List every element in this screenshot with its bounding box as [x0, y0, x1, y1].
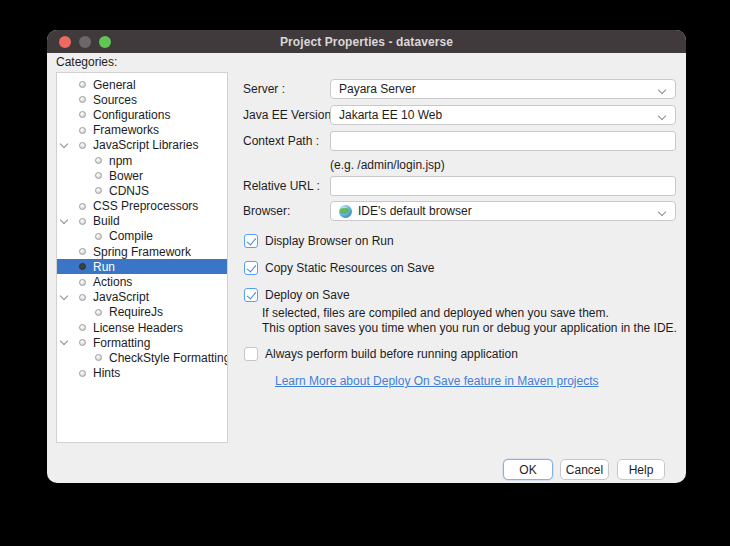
tree-item[interactable]: CDNJS: [57, 183, 227, 198]
node-bullet-icon: [79, 96, 86, 103]
server-select[interactable]: Payara Server: [330, 79, 676, 99]
tree-item[interactable]: RequireJs: [57, 305, 227, 320]
tree-item[interactable]: Compile: [57, 229, 227, 244]
server-value: Payara Server: [339, 82, 416, 96]
display-browser-checkbox[interactable]: Display Browser on Run: [244, 233, 394, 249]
browser-label: Browser:: [243, 201, 290, 221]
tree-item[interactable]: Run: [57, 259, 227, 274]
node-bullet-icon: [79, 339, 86, 346]
tree-item[interactable]: Spring Framework: [57, 244, 227, 259]
tree-item-label: Run: [93, 260, 115, 274]
tree-item[interactable]: Formatting: [57, 335, 227, 350]
browser-value: IDE's default browser: [358, 204, 472, 218]
node-bullet-icon: [79, 294, 86, 301]
chevron-down-icon[interactable]: [60, 338, 69, 347]
cancel-button[interactable]: Cancel: [560, 459, 609, 480]
tree-item-label: JavaScript: [93, 290, 149, 304]
copy-static-resources-checkbox[interactable]: Copy Static Resources on Save: [244, 260, 434, 276]
tree-item-label: RequireJs: [109, 305, 163, 319]
node-bullet-icon: [79, 111, 86, 118]
tree-item[interactable]: npm: [57, 153, 227, 168]
help-button[interactable]: Help: [617, 459, 665, 480]
tree-item-label: CheckStyle Formatting: [109, 351, 228, 365]
close-button[interactable]: [59, 36, 71, 48]
node-bullet-icon: [79, 324, 86, 331]
tree-item[interactable]: Bower: [57, 168, 227, 183]
tree-item[interactable]: General: [57, 77, 227, 92]
server-label: Server :: [243, 79, 285, 99]
tree-item[interactable]: Actions: [57, 274, 227, 289]
tree-item-label: CDNJS: [109, 184, 149, 198]
relative-url-input[interactable]: [330, 176, 676, 196]
node-bullet-icon: [95, 309, 102, 316]
categories-tree[interactable]: General Sources Configurations Framework…: [56, 72, 228, 443]
tree-item-label: License Headers: [93, 321, 183, 335]
tree-item-label: Compile: [109, 229, 153, 243]
window-title: Project Properties - dataverse: [280, 35, 453, 49]
node-bullet-icon: [79, 142, 86, 149]
tree-item-label: Formatting: [93, 336, 150, 350]
chevron-down-icon: [659, 209, 666, 216]
relative-url-label: Relative URL :: [243, 176, 320, 196]
checkbox-label: Deploy on Save: [265, 288, 350, 302]
context-path-label: Context Path :: [243, 131, 319, 151]
checkbox-icon[interactable]: [244, 261, 258, 275]
node-bullet-icon: [95, 157, 102, 164]
node-bullet-icon: [79, 263, 86, 270]
tree-item[interactable]: License Headers: [57, 320, 227, 335]
screen-background: { "window": { "title": "Project Properti…: [0, 0, 730, 546]
ok-button[interactable]: OK: [503, 459, 553, 480]
checkbox-icon[interactable]: [244, 347, 258, 361]
titlebar[interactable]: Project Properties - dataverse: [47, 30, 686, 53]
tree-item[interactable]: JavaScript Libraries: [57, 138, 227, 153]
browser-select[interactable]: IDE's default browser: [330, 201, 676, 221]
zoom-button[interactable]: [99, 36, 111, 48]
chevron-down-icon[interactable]: [60, 141, 69, 150]
node-bullet-icon: [79, 203, 86, 210]
tree-item-label: Sources: [93, 93, 137, 107]
tree-item-label: npm: [109, 154, 132, 168]
tree-item[interactable]: JavaScript: [57, 290, 227, 305]
tree-item[interactable]: CSS Preprocessors: [57, 199, 227, 214]
deploy-note-line2: This option saves you time when you run …: [262, 321, 677, 336]
tree-item[interactable]: Sources: [57, 92, 227, 107]
always-perform-build-checkbox[interactable]: Always perform build before running appl…: [244, 346, 518, 362]
java-ee-version-label: Java EE Version :: [243, 105, 338, 125]
node-bullet-icon: [95, 172, 102, 179]
context-path-input[interactable]: [330, 131, 676, 151]
learn-more-link[interactable]: Learn More about Deploy On Save feature …: [275, 374, 599, 388]
java-ee-version-select[interactable]: Jakarta EE 10 Web: [330, 105, 676, 125]
chevron-down-icon[interactable]: [60, 293, 69, 302]
chevron-down-icon: [659, 113, 666, 120]
node-bullet-icon: [79, 81, 86, 88]
tree-item-label: JavaScript Libraries: [93, 138, 198, 152]
tree-item-label: General: [93, 78, 136, 92]
node-bullet-icon: [95, 354, 102, 361]
deploy-on-save-checkbox[interactable]: Deploy on Save: [244, 287, 350, 303]
globe-icon: [339, 205, 352, 218]
tree-item-label: Bower: [109, 169, 143, 183]
tree-item[interactable]: CheckStyle Formatting: [57, 350, 227, 365]
tree-item[interactable]: Hints: [57, 366, 227, 381]
java-ee-version-value: Jakarta EE 10 Web: [339, 108, 442, 122]
project-properties-dialog: Project Properties - dataverse Categorie…: [47, 30, 686, 483]
node-bullet-icon: [95, 187, 102, 194]
chevron-down-icon[interactable]: [60, 217, 69, 226]
chevron-down-icon: [659, 87, 666, 94]
node-bullet-icon: [79, 127, 86, 134]
checkbox-icon[interactable]: [244, 234, 258, 248]
node-bullet-icon: [79, 370, 86, 377]
context-path-hint: (e.g. /admin/login.jsp): [330, 158, 445, 172]
checkbox-icon[interactable]: [244, 288, 258, 302]
tree-item[interactable]: Configurations: [57, 107, 227, 122]
node-bullet-icon: [79, 279, 86, 286]
tree-item[interactable]: Frameworks: [57, 123, 227, 138]
checkbox-label: Display Browser on Run: [265, 234, 394, 248]
node-bullet-icon: [79, 218, 86, 225]
tree-item-label: CSS Preprocessors: [93, 199, 198, 213]
tree-item[interactable]: Build: [57, 214, 227, 229]
minimize-button[interactable]: [79, 36, 91, 48]
node-bullet-icon: [95, 233, 102, 240]
categories-label: Categories:: [56, 55, 117, 69]
tree-item-label: Hints: [93, 366, 120, 380]
